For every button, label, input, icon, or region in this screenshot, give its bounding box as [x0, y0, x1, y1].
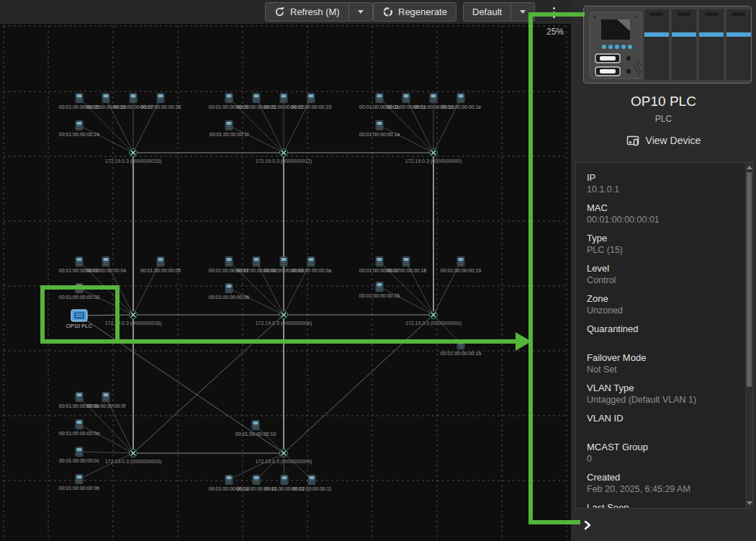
network-link	[79, 125, 133, 153]
device-node-label: 00:01:00:00:00:02	[59, 295, 100, 300]
device-node[interactable]: 00:01:00:00:00:23	[291, 94, 332, 110]
scroll-up-icon[interactable]	[747, 166, 752, 169]
view-device-label: View Device	[646, 135, 701, 146]
detail-label: Quarantined	[587, 323, 744, 335]
detail-item: ZoneUnzoned	[587, 292, 744, 316]
device-node[interactable]: 00:01:00:00:00:1a	[359, 121, 400, 138]
detail-item: CreatedFeb 20, 2025, 6:45:29 AM	[587, 471, 744, 495]
chevron-down-icon	[520, 10, 526, 14]
selected-device-label: OP10 PLC	[66, 323, 92, 329]
preset-selector-label: Default	[472, 6, 502, 17]
preset-button-group: Default	[463, 2, 535, 22]
network-link	[256, 425, 284, 453]
device-node-label: 00:01:00:00:00:24	[59, 132, 100, 137]
device-node[interactable]: 00:01:00:00:00:0d	[59, 420, 100, 437]
detail-value: Untagged (Default VLAN 1)	[587, 395, 744, 406]
device-node[interactable]: 00:01:00:00:00:18	[386, 257, 427, 274]
more-options-button[interactable]	[548, 3, 559, 22]
scroll-down-icon[interactable]	[747, 501, 752, 505]
device-attributes-list: IP10.1.0.1MAC00:01:00:00:00:01TypePLC (1…	[576, 163, 744, 508]
regenerate-button[interactable]: Regenerate	[374, 3, 456, 21]
device-node[interactable]: 00:01:00:00:00:19	[441, 257, 482, 274]
switch-node-label: 172.19.0.3 (0000000012)	[256, 158, 312, 164]
kebab-icon	[553, 16, 555, 18]
refresh-dropdown-button[interactable]	[349, 3, 372, 21]
chevron-down-icon	[358, 10, 364, 14]
detail-value: PLC (15)	[587, 245, 744, 256]
device-node-label: 00:01:00:00:00:0c	[59, 458, 100, 463]
device-node[interactable]: 00:01:00:00:00:04	[86, 257, 127, 274]
device-node[interactable]: 00:01:00:00:00:16	[359, 282, 400, 299]
details-scrollbar[interactable]	[745, 163, 752, 508]
network-link	[79, 453, 133, 479]
detail-item: MAC00:01:00:00:00:01	[587, 202, 744, 225]
device-node[interactable]: 00:01:00:00:00:10	[235, 421, 276, 437]
device-node-label: 00:01:00:00:00:28	[140, 104, 181, 109]
switch-node[interactable]: 172.19.0.3 (0000000015)	[105, 149, 162, 165]
device-node-label: 00:01:00:00:00:19	[441, 268, 482, 273]
device-node[interactable]: 00:01:00:00:00:1e	[441, 94, 482, 110]
device-type-label: PLC	[571, 114, 756, 124]
refresh-button[interactable]: Refresh (M)	[266, 3, 348, 21]
device-node[interactable]: 00:01:00:00:00:11	[292, 475, 332, 492]
view-device-icon	[626, 135, 640, 146]
detail-label: IP	[587, 171, 744, 184]
preset-dropdown-button[interactable]	[511, 3, 534, 21]
detail-label: MAC	[587, 202, 744, 214]
device-node[interactable]: 00:01:00:00:00:15	[441, 340, 482, 357]
device-node-label: 00:01:00:00:00:11	[292, 486, 332, 491]
view-device-button[interactable]: View Device	[571, 135, 756, 146]
detail-item: LevelControl	[587, 262, 744, 286]
chevron-right-icon	[582, 519, 593, 531]
device-attributes-card: IP10.1.0.1MAC00:01:00:00:00:01TypePLC (1…	[575, 162, 753, 509]
selected-device-node[interactable]: OP10 PLC	[66, 310, 92, 329]
detail-item: Quarantined	[587, 323, 744, 345]
detail-label: Failover Mode	[587, 352, 744, 364]
scrollbar-thumb[interactable]	[747, 172, 752, 387]
network-link	[433, 315, 461, 344]
switch-node[interactable]: 172.19.0.3 (000000000b)	[256, 311, 312, 327]
plc-rack-illustration	[584, 6, 751, 83]
switch-node[interactable]: 172.19.0.3 (0000000009)	[256, 450, 312, 465]
device-node[interactable]: 00:01:00:00:00:06	[209, 284, 250, 300]
regenerate-button-group: Regenerate	[373, 2, 456, 22]
switch-node[interactable]: 172.19.0.3 (0000000012)	[256, 149, 312, 165]
network-link	[284, 315, 433, 453]
device-node[interactable]: 00:01:00:00:00:05	[140, 257, 181, 274]
regenerate-icon	[382, 6, 393, 17]
device-node-label: 00:01:00:00:00:0a	[291, 268, 332, 273]
network-link	[229, 125, 284, 153]
regenerate-button-label: Regenerate	[398, 6, 447, 17]
switch-node-label: 172.19.0.3 (0000000009)	[256, 459, 312, 465]
detail-value: 0	[587, 454, 744, 465]
device-details-panel: OP10 PLC PLC View Device IP10.1.0.1MAC00…	[571, 0, 756, 541]
preset-selector[interactable]: Default	[464, 3, 510, 21]
detail-label: Zone	[587, 292, 744, 305]
device-node[interactable]: 00:01:00:00:00:0f	[86, 393, 126, 409]
kebab-icon	[553, 12, 555, 14]
detail-label: VLAN Type	[587, 382, 744, 394]
detail-value: Control	[587, 275, 744, 286]
detail-item: MCAST Group0	[587, 441, 744, 465]
switch-node-label: 172.19.0.3 (0000000018)	[105, 321, 162, 326]
collapse-panel-button[interactable]	[582, 519, 595, 532]
device-node-label: 00:01:00:00:00:16	[359, 293, 400, 298]
device-node[interactable]: 00:01:00:00:00:0a	[291, 257, 332, 274]
zoom-level-label: 25%	[529, 27, 564, 37]
device-node[interactable]: 00:01:00:00:00:24	[59, 121, 100, 138]
detail-item: VLAN TypeUntagged (Default VLAN 1)	[587, 382, 744, 406]
toolbar: Refresh (M) Regenerate De	[0, 0, 571, 24]
detail-label: Type	[587, 232, 744, 244]
device-node[interactable]: 00:01:00:00:00:0c	[59, 447, 100, 464]
detail-value: Not Set	[587, 365, 744, 375]
detail-label: Last Seen	[587, 501, 744, 508]
device-node-label: 00:01:00:00:00:23	[291, 104, 332, 109]
device-image	[583, 6, 752, 84]
kebab-icon	[553, 7, 555, 9]
switch-node-label: 172.19.0.3 (000000000c)	[405, 321, 462, 326]
detail-label: Created	[587, 471, 744, 483]
switch-node[interactable]: 172.19.0.3 (000000000c)	[405, 311, 462, 327]
device-node[interactable]: 00:01:00:00:00:0b	[59, 475, 100, 491]
device-node-label: 00:01:00:00:00:0d	[59, 431, 100, 436]
device-node[interactable]: 00:01:00:00:00:28	[140, 94, 181, 110]
